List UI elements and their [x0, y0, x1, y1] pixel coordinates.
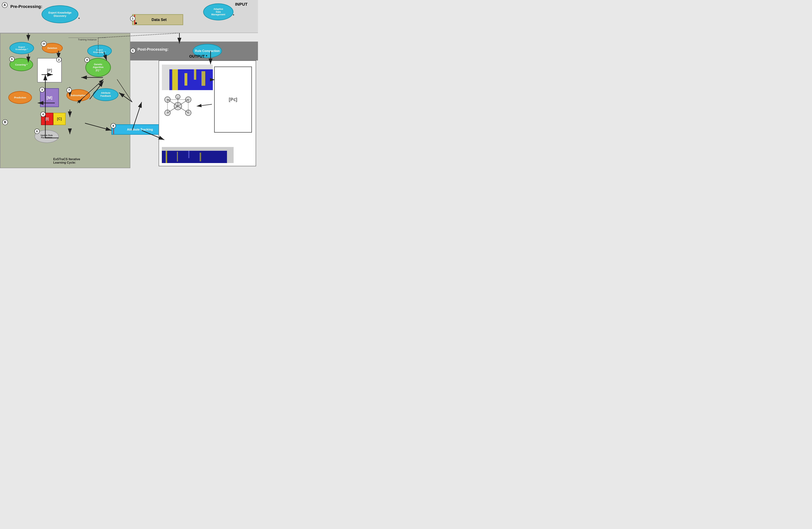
dendro-top [169, 65, 213, 69]
attribute-feedback-ellipse: Attribute Feedback [93, 88, 118, 101]
ekd-asterisk: * [78, 17, 80, 21]
main-learning-area: B Expert Knowledge * Deletion 10 Expert … [0, 33, 130, 168]
heatmap-top [162, 65, 213, 90]
heatmap-stripe-2 [185, 73, 187, 86]
hb-stripe-2 [177, 152, 178, 161]
expert-knowledge-left-ellipse: Expert Knowledge * [10, 42, 34, 54]
step-2-circle: 2 [56, 57, 61, 62]
pre-processing-label: Pre-Processing: [10, 4, 42, 9]
svg-text:X4: X4 [187, 112, 189, 114]
svg-text:X1: X1 [176, 105, 178, 108]
input-label: INPUT [235, 2, 248, 7]
step-3-circle: 3 [40, 87, 45, 92]
output-label: OUTPUT * [189, 54, 207, 59]
prediction-ellipse: Prediction [8, 91, 32, 104]
section-C-circle: C [130, 48, 135, 53]
step-9-circle: 9 [84, 57, 90, 62]
training-instance-label: Training Instance [68, 38, 106, 41]
section-B-circle: B [2, 119, 8, 125]
heatmap-bottom [162, 147, 234, 163]
dendro-left [162, 65, 169, 90]
svg-text:X3: X3 [166, 112, 169, 114]
step-10-circle: 10 [41, 41, 47, 47]
hb-stripe-3 [188, 151, 189, 158]
step-7-circle: 7 [67, 87, 72, 93]
heatmap-stripe-1 [172, 69, 178, 90]
hb-stripe-1 [165, 151, 167, 163]
step-5-circle: 5 [9, 57, 15, 62]
step-6-circle: 6 [34, 129, 40, 134]
step-4-circle: 4 [40, 112, 46, 117]
post-processing-label: Post-Processing: [137, 47, 169, 52]
expert-knowledge-mid-ellipse: Expert Knowledge * [87, 45, 112, 57]
expert-knowledge-discovery-ellipse: Expert Knowledge Discovery [42, 5, 78, 23]
section-A-circle: A [2, 2, 8, 8]
pre-processing-bar: A Pre-Processing: Expert Knowledge Disco… [0, 0, 258, 33]
svg-line-47 [197, 104, 212, 106]
hb-stripe-4 [200, 153, 201, 161]
output-area: OUTPUT * [159, 60, 256, 166]
step-8-circle: 8 [111, 123, 116, 128]
svg-text:X0: X0 [166, 99, 169, 101]
heatmap-body [169, 69, 213, 90]
graph-visual: X1 X0 X2 X3 X4 [162, 94, 195, 118]
heatmap-stripe-3 [194, 69, 196, 80]
svg-text:X2: X2 [187, 99, 189, 101]
iterative-label: ExSTraCS Iterative Learning Cycle: [53, 158, 80, 165]
adm-asterisk: * [233, 14, 234, 17]
adaptive-data-mgmt-ellipse: Adaptive Data Management [203, 3, 233, 20]
step-1-circle: 1 [130, 16, 135, 21]
dataset-box: Data Set [132, 14, 183, 25]
C-box: [C] [53, 113, 66, 125]
dendro-bottom-right [227, 151, 234, 163]
heatmap-stripe-4 [202, 71, 205, 86]
dendro-bottom-top [162, 147, 234, 151]
Pc-box: [Pᴄ] [214, 67, 252, 133]
heatmap-bottom-body [162, 151, 227, 163]
dataset-dot [135, 22, 137, 24]
attribute-tracking-box: Attribute Tracking [112, 124, 166, 135]
